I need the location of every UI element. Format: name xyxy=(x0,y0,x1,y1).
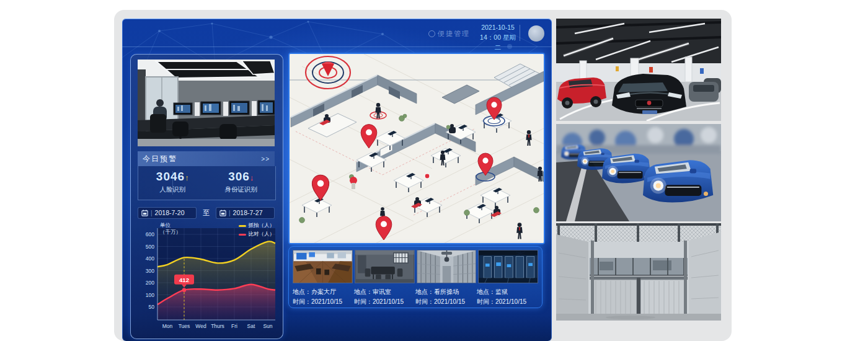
gate-building-image xyxy=(556,223,721,321)
dashboard: 便捷管理 2021-10-15 14：00 星期二 xyxy=(122,19,552,341)
start-date-value: 2018-7-20 xyxy=(155,209,185,216)
camera-thumbnail-prison[interactable] xyxy=(478,250,538,283)
blue-cars-image xyxy=(556,124,721,221)
camera-time: 时间：2021/10/15 xyxy=(415,297,477,307)
app-title-group: 便捷管理 xyxy=(428,29,470,38)
svg-text:100: 100 xyxy=(146,292,154,298)
header-time-weekday: 14：00 星期二 xyxy=(478,32,518,52)
svg-text:600: 600 xyxy=(146,231,154,237)
trend-down-icon: ↓ xyxy=(250,173,254,182)
svg-text:50: 50 xyxy=(149,304,155,310)
header-underline xyxy=(122,46,552,47)
photo-gate-building xyxy=(556,223,721,321)
start-date-picker[interactable]: | 2018-7-20 xyxy=(138,207,197,219)
prison-room-image xyxy=(479,250,538,283)
camera-time: 时间：2021/10/15 xyxy=(293,297,354,307)
camera-captions: 地点：办案大厅 时间：2021/10/15 地点：审讯室 时间：2021/10/… xyxy=(293,287,538,307)
svg-text:Sat: Sat xyxy=(247,323,255,329)
svg-text:200: 200 xyxy=(146,280,154,286)
end-date-value: 2018-7-27 xyxy=(233,209,263,216)
date-range-separator: 至 xyxy=(203,208,210,218)
svg-text:300: 300 xyxy=(146,268,154,274)
svg-text:Tues: Tues xyxy=(179,323,190,329)
stat-face-recognition: 3046↑ 人脸识别 xyxy=(138,166,207,200)
camera-caption: 地点：审讯室 时间：2021/10/15 xyxy=(354,287,415,307)
camera-time: 时间：2021/10/15 xyxy=(354,297,415,307)
camera-thumbnail-interrogation[interactable] xyxy=(355,250,415,283)
camera-location: 地点：审讯室 xyxy=(354,287,415,297)
camera-location: 地点：办案大厅 xyxy=(293,287,354,297)
photo-monitoring-room xyxy=(138,60,275,146)
calendar-icon xyxy=(141,210,148,216)
camera-location: 地点：看所操场 xyxy=(415,287,477,297)
facility-map-image xyxy=(290,54,544,243)
legend-item-compare: 比对（人） xyxy=(239,231,275,238)
stat-value: 306 xyxy=(228,170,250,183)
date-range-row: | 2018-7-20 至 | 2018-7-27 xyxy=(138,206,275,219)
alerts-stats: 3046↑ 人脸识别 306↓ 身份证识别 xyxy=(138,166,276,200)
svg-text:Wed: Wed xyxy=(195,323,206,329)
alerts-header: 今日预警 >> xyxy=(138,151,275,166)
camera-location: 地点：监狱 xyxy=(477,287,538,297)
facility-map[interactable] xyxy=(288,53,545,244)
svg-text:400: 400 xyxy=(146,255,154,262)
camera-time: 时间：2021/10/15 xyxy=(477,297,538,307)
camera-thumbnails xyxy=(293,250,538,283)
svg-text:Sun: Sun xyxy=(263,323,272,329)
calendar-icon xyxy=(219,210,226,216)
camera-thumbnail-hall[interactable] xyxy=(293,250,353,283)
photo-blue-cars xyxy=(556,124,721,221)
button-divider: | xyxy=(229,210,231,216)
trend-chart[interactable]: 单位 （千万） 抓拍（人） 比对（人） xyxy=(134,221,278,336)
svg-text:Mon: Mon xyxy=(162,323,173,329)
svg-text:Fri: Fri xyxy=(231,323,237,329)
legend-item-capture: 抓拍（人） xyxy=(239,222,275,229)
photo-parking-garage xyxy=(556,19,721,121)
left-panel: 今日预警 >> 3046↑ 人脸识别 306↓ 身份证识别 xyxy=(130,54,283,339)
alerts-more-button[interactable]: >> xyxy=(261,156,270,162)
svg-text:412: 412 xyxy=(179,277,189,283)
header-datetime: 2021-10-15 14：00 星期二 xyxy=(478,22,518,52)
svg-text:500: 500 xyxy=(146,244,154,250)
camera-caption: 地点：监狱 时间：2021/10/15 xyxy=(477,287,538,307)
header-date: 2021-10-15 xyxy=(478,22,518,32)
svg-text:Thurs: Thurs xyxy=(211,323,224,329)
stat-label: 身份证识别 xyxy=(207,185,276,194)
app-logo-icon xyxy=(428,30,435,37)
stat-id-recognition: 306↓ 身份证识别 xyxy=(207,166,276,200)
header-divider xyxy=(520,25,520,41)
hall-image xyxy=(293,250,352,283)
alerts-title: 今日预警 xyxy=(143,154,177,164)
end-date-picker[interactable]: | 2018-7-27 xyxy=(216,207,275,219)
legend-swatch-yellow xyxy=(239,225,246,227)
parking-garage-image xyxy=(556,19,721,121)
interrogation-room-image xyxy=(355,250,414,283)
chart-legend: 抓拍（人） 比对（人） xyxy=(239,222,275,239)
camera-caption: 地点：办案大厅 时间：2021/10/15 xyxy=(293,287,354,307)
button-divider: | xyxy=(151,210,153,216)
monitoring-room-image xyxy=(138,60,275,146)
user-avatar[interactable] xyxy=(528,25,544,42)
legend-swatch-red xyxy=(239,234,246,236)
chart-unit-label: 单位 （千万） xyxy=(160,222,181,236)
camera-panel: 地点：办案大厅 时间：2021/10/15 地点：审讯室 时间：2021/10/… xyxy=(288,246,542,308)
camera-caption: 地点：看所操场 时间：2021/10/15 xyxy=(415,287,477,307)
trend-up-icon: ↑ xyxy=(185,173,189,182)
camera-thumbnail-yard[interactable] xyxy=(417,250,477,283)
stats-divider xyxy=(172,171,173,195)
detention-yard-image xyxy=(417,250,476,283)
stat-value: 3046 xyxy=(156,170,185,183)
app-title: 便捷管理 xyxy=(438,29,470,38)
